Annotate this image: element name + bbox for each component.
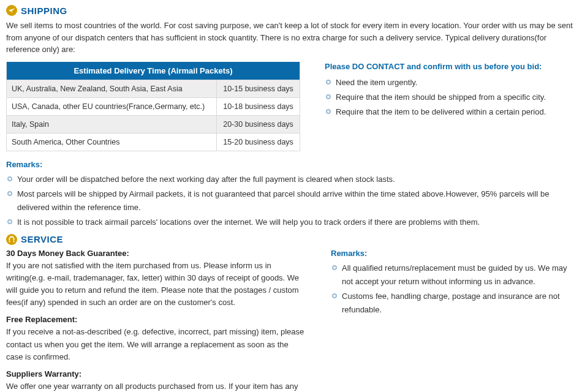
list-item: Most parcels will be shipped by Airmail …	[6, 187, 576, 214]
list-item: Require that the item should be shipped …	[325, 91, 576, 104]
service-remarks-list: All qualified returns/replacement must b…	[331, 262, 576, 317]
warranty-body: We offer one year warranty on all produc…	[6, 380, 306, 392]
list-item: Require that the item to be delivered wi…	[325, 105, 576, 119]
table-row: UK, Australia, New Zealand, South Asia, …	[7, 80, 300, 97]
shipping-header: SHIPPING	[6, 5, 576, 16]
guarantee-block: 30 Days Money Back Guarantee: If you are…	[6, 249, 306, 309]
shipping-intro: We sell items to most countries of the w…	[6, 20, 576, 56]
warranty-block: Suppliers Warranty: We offer one year wa…	[6, 369, 306, 392]
contact-list: Need the item urgently. Require that the…	[325, 76, 576, 119]
delivery-time-table: Estimated Delivery Time (Airmail Packets…	[6, 62, 300, 151]
table-row: Italy, Spain20-30 business days	[7, 115, 300, 133]
shipping-remarks-head: Remarks:	[6, 160, 576, 169]
replacement-body: If you receive a not-as-described (e.g. …	[6, 326, 306, 363]
airplane-icon	[6, 5, 17, 16]
table-row: South America, Other Countries15-20 busi…	[7, 133, 300, 151]
shipping-remarks-list: Your order will be dispatched before the…	[6, 173, 576, 229]
guarantee-body: If you are not satisfied with the item p…	[6, 260, 306, 309]
warranty-title: Suppliers Warranty:	[6, 369, 306, 379]
guarantee-title: 30 Days Money Back Guarantee:	[6, 249, 306, 258]
list-item: It is not possible to track airmail parc…	[6, 216, 576, 229]
table-row: USA, Canada, other EU countries(France,G…	[7, 97, 300, 115]
service-header: SERVICE	[6, 234, 576, 245]
list-item: All qualified returns/replacement must b…	[331, 262, 576, 288]
replacement-title: Free Replacement:	[6, 315, 306, 324]
list-item: Your order will be dispatched before the…	[6, 173, 576, 186]
svg-point-1	[6, 234, 17, 245]
replacement-block: Free Replacement: If you receive a not-a…	[6, 315, 306, 363]
service-title: SERVICE	[21, 234, 63, 244]
shipping-title: SHIPPING	[21, 6, 67, 16]
service-remarks-head: Remarks:	[331, 249, 576, 258]
table-header: Estimated Delivery Time (Airmail Packets…	[7, 62, 300, 80]
contact-head: Please DO CONTACT and confirm with us be…	[325, 62, 576, 71]
headset-icon	[6, 234, 17, 245]
list-item: Need the item urgently.	[325, 76, 576, 89]
list-item: Customs fee, handling charge, postage an…	[331, 290, 576, 317]
